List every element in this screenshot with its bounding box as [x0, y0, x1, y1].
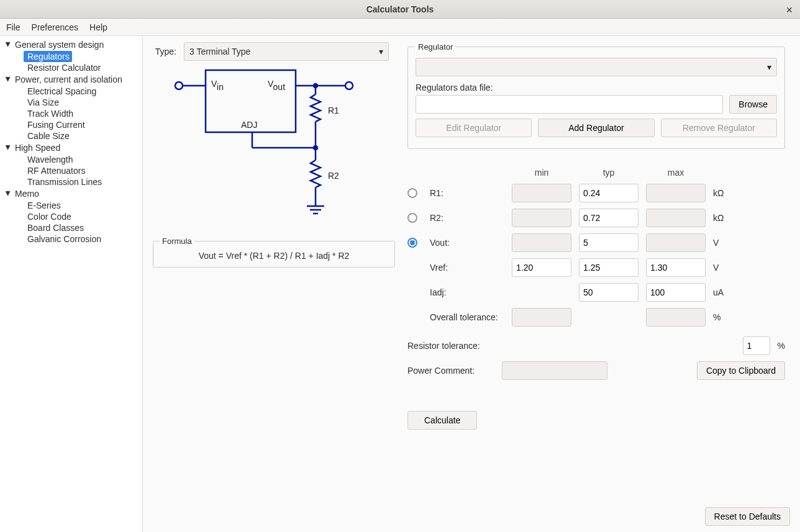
titlebar: Calculator Tools ×	[0, 0, 800, 19]
treegroup-highspeed[interactable]: ▶High Speed	[0, 142, 142, 154]
chevron-down-icon: ▾	[379, 47, 383, 56]
iadj-max[interactable]	[646, 283, 706, 302]
param-grid: min typ max R1: kΩ R2: kΩ Vout:	[407, 168, 785, 327]
label-iadj: Iadj:	[430, 287, 504, 297]
r1-typ[interactable]	[579, 184, 639, 202]
reset-button[interactable]: Reset to Defaults	[705, 507, 790, 526]
type-select[interactable]: 3 Terminal Type ▾	[184, 42, 389, 61]
chevron-down-icon: ▶	[5, 145, 12, 151]
svg-point-14	[314, 84, 317, 88]
sidebar-item-fusing-current[interactable]: Fusing Current	[24, 119, 142, 130]
vout-max[interactable]	[646, 233, 706, 252]
chevron-down-icon: ▾	[767, 62, 771, 72]
unit-overall: %	[713, 312, 738, 322]
sidebar-item-galvanic-corrosion[interactable]: Galvanic Corrosion	[24, 233, 142, 245]
sidebar-item-electrical-spacing[interactable]: Electrical Spacing	[24, 86, 142, 97]
label-vref: Vref:	[430, 263, 504, 273]
svg-text:Vout: Vout	[268, 79, 285, 92]
window-title: Calculator Tools	[366, 4, 434, 14]
col-max: max	[646, 168, 706, 178]
label-rtol: Resistor tolerance:	[407, 341, 494, 351]
regulator-box: Regulator ▾ Regulators data file: Browse…	[407, 42, 785, 149]
add-regulator-button[interactable]: Add Regulator	[538, 119, 654, 137]
r1-max[interactable]	[646, 184, 706, 202]
input-rtol[interactable]	[743, 336, 770, 355]
radio-r1[interactable]	[407, 188, 417, 198]
radio-vout[interactable]	[407, 238, 417, 248]
r2-min[interactable]	[512, 209, 571, 227]
menu-file[interactable]: File	[6, 22, 20, 32]
menu-preferences[interactable]: Preferences	[32, 22, 78, 32]
sidebar-item-rf-attenuators[interactable]: RF Attenuators	[24, 165, 142, 176]
svg-text:R1: R1	[328, 106, 339, 115]
vref-typ[interactable]	[579, 258, 639, 277]
treegroup-memo[interactable]: ▶Memo	[0, 187, 142, 200]
label-r1: R1:	[430, 188, 504, 198]
overall-max[interactable]	[646, 308, 706, 327]
svg-text:ADJ: ADJ	[241, 120, 257, 130]
chevron-down-icon: ▶	[5, 191, 12, 197]
svg-text:R2: R2	[328, 171, 339, 181]
regulator-legend: Regulator	[416, 42, 455, 52]
regulator-diagram: Vin Vout ADJ R1 R2	[153, 67, 395, 230]
unit-rtol: %	[778, 341, 785, 351]
sidebar-item-e-series[interactable]: E-Series	[24, 200, 142, 211]
vout-typ[interactable]	[579, 233, 639, 252]
col-min: min	[512, 168, 571, 178]
formula-box: Formula Vout = Vref * (R1 + R2) / R1 + I…	[153, 237, 395, 268]
sidebar-item-regulators[interactable]: Regulators	[24, 51, 72, 62]
svg-point-0	[175, 82, 183, 89]
treegroup-power[interactable]: ▶Power, current and isolation	[0, 73, 142, 86]
sidebar-item-via-size[interactable]: Via Size	[24, 97, 142, 108]
vref-max[interactable]	[646, 258, 706, 277]
r2-typ[interactable]	[579, 209, 639, 227]
label-r2: R2:	[430, 213, 504, 223]
label-pcomment: Power Comment:	[407, 366, 494, 376]
unit-iadj: uA	[713, 287, 738, 297]
label-overall: Overall tolerance:	[430, 312, 504, 322]
chevron-down-icon: ▶	[5, 42, 12, 48]
unit-r1: kΩ	[713, 188, 738, 198]
r2-max[interactable]	[646, 209, 706, 227]
r1-min[interactable]	[512, 184, 571, 202]
menu-help[interactable]: Help	[89, 22, 107, 32]
radio-r2[interactable]	[407, 213, 417, 223]
close-icon[interactable]: ×	[786, 4, 793, 17]
iadj-typ[interactable]	[579, 283, 639, 302]
unit-vout: V	[713, 238, 738, 248]
sidebar-item-color-code[interactable]: Color Code	[24, 211, 142, 222]
input-pcomment[interactable]	[502, 361, 607, 380]
regulator-select[interactable]: ▾	[416, 58, 777, 76]
col-typ: typ	[579, 168, 639, 178]
label-vout: Vout:	[430, 238, 504, 248]
sidebar-item-cable-size[interactable]: Cable Size	[24, 130, 142, 142]
vref-min[interactable]	[512, 258, 571, 277]
sidebar-item-board-classes[interactable]: Board Classes	[24, 222, 142, 233]
formula-text: Vout = Vref * (R1 + R2) / R1 + Iadj * R2	[160, 251, 388, 261]
chevron-down-icon: ▶	[5, 76, 12, 83]
browse-button[interactable]: Browse	[729, 95, 777, 114]
calculate-button[interactable]: Calculate	[407, 411, 477, 430]
treegroup-general[interactable]: ▶General system design	[0, 38, 142, 51]
sidebar-item-transmission-lines[interactable]: Transmission Lines	[24, 176, 142, 187]
sidebar-item-track-width[interactable]: Track Width	[24, 108, 142, 119]
formula-legend: Formula	[160, 237, 194, 246]
svg-point-4	[345, 82, 353, 89]
datafile-input[interactable]	[416, 95, 723, 114]
type-label: Type:	[153, 47, 176, 56]
copy-button[interactable]: Copy to Clipboard	[697, 361, 785, 380]
menubar: File Preferences Help	[0, 19, 800, 36]
remove-regulator-button[interactable]: Remove Regulator	[661, 119, 777, 137]
svg-text:Vin: Vin	[211, 79, 224, 92]
unit-r2: kΩ	[713, 213, 738, 223]
svg-point-13	[314, 146, 317, 150]
sidebar: ▶General system design Regulators Resist…	[0, 36, 143, 532]
datafile-label: Regulators data file:	[416, 83, 777, 92]
overall-min[interactable]	[512, 308, 571, 327]
edit-regulator-button[interactable]: Edit Regulator	[416, 119, 532, 137]
sidebar-item-resistor-calculator[interactable]: Resistor Calculator	[24, 62, 142, 73]
unit-vref: V	[713, 263, 738, 273]
sidebar-item-wavelength[interactable]: Wavelength	[24, 154, 142, 165]
vout-min[interactable]	[512, 233, 571, 252]
